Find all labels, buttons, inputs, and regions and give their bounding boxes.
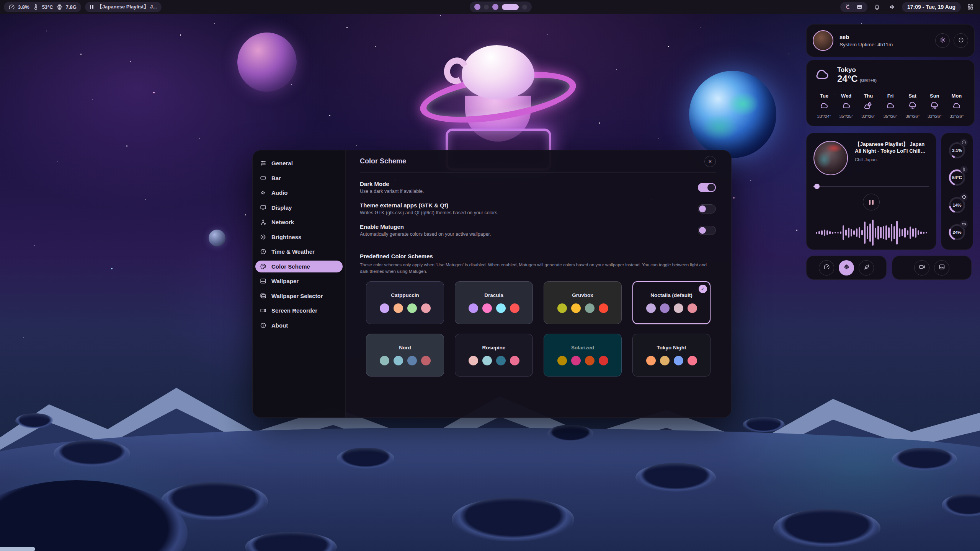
workspace-dot-4-active[interactable]: [502, 4, 519, 10]
power-button[interactable]: [954, 33, 968, 48]
username: seb: [840, 34, 931, 40]
purple-planet: [237, 33, 297, 92]
color-swatch: [510, 356, 519, 365]
power-saver-profile-button[interactable]: [859, 260, 874, 276]
avatar[interactable]: [813, 30, 833, 51]
system-gauges: 3.1% 54°C 14% 24%: [941, 133, 973, 250]
rain-cloud-icon: [929, 101, 939, 112]
sidebar-item-bar[interactable]: Bar: [255, 172, 343, 184]
video-icon: [260, 307, 267, 314]
small-moon: [209, 230, 225, 246]
power-profile-switcher: [806, 256, 887, 280]
close-icon[interactable]: ×: [704, 156, 716, 167]
sidebar-item-screen-recorder[interactable]: Screen Recorder: [255, 305, 343, 316]
workspace-indicator[interactable]: [470, 2, 532, 12]
workspace-dot-3[interactable]: [492, 4, 498, 10]
workspace-dot-2[interactable]: [484, 5, 489, 10]
pause-button[interactable]: [863, 194, 880, 210]
wallpaper-tray-icon[interactable]: [856, 4, 863, 10]
color-swatch: [394, 356, 403, 365]
monitor-icon: [260, 204, 267, 211]
color-swatch: [688, 303, 697, 313]
color-swatch: [496, 303, 506, 313]
image-icon: [939, 264, 945, 272]
wallpaper-button[interactable]: [934, 260, 949, 276]
workspace-dot-5[interactable]: [522, 5, 527, 10]
sidebar-label: About: [271, 322, 288, 329]
workspace-dot-1[interactable]: [474, 4, 480, 10]
gauge-disk: 24%: [947, 220, 967, 244]
tray-app-icon[interactable]: [845, 4, 851, 10]
scheme-card-noctalia-default[interactable]: ✓ Noctalia (default): [632, 281, 710, 324]
media-progress-bar[interactable]: [813, 184, 929, 189]
gauge-cpu: 3.1%: [947, 139, 967, 162]
scheme-card-gruvbox[interactable]: Gruvbox: [544, 281, 622, 324]
sidebar-item-time-weather[interactable]: Time & Weather: [255, 246, 343, 258]
notifications-bell-icon[interactable]: [871, 2, 883, 12]
color-swatch: [380, 303, 389, 313]
color-swatch: [585, 303, 595, 313]
performance-profile-button[interactable]: [819, 260, 834, 276]
system-tray[interactable]: [840, 2, 867, 12]
scheme-card-rosepine[interactable]: Rosepine: [455, 334, 533, 377]
scheme-card-solarized[interactable]: Solarized: [544, 334, 622, 377]
enable-matugen-toggle[interactable]: [698, 226, 716, 235]
sidebar-label: Time & Weather: [271, 248, 315, 255]
dark-mode-label: Dark Mode: [360, 181, 424, 187]
speaker-icon: [260, 189, 267, 196]
volume-icon[interactable]: [887, 2, 898, 12]
forecast-day: Sat 36°/26°: [903, 93, 923, 119]
sidebar-item-display[interactable]: Display: [255, 202, 343, 214]
cpu-usage-label: 3.8%: [18, 4, 29, 10]
sidebar-item-about[interactable]: About: [255, 320, 343, 331]
sidebar-label: Screen Recorder: [271, 307, 317, 314]
weather-cloud-icon: [813, 66, 831, 84]
media-artist: Chill Japan.: [855, 157, 931, 162]
crater: [547, 425, 593, 442]
scheme-card-nord[interactable]: Nord: [366, 334, 444, 377]
sidebar-item-brightness[interactable]: Brightness: [255, 231, 343, 243]
color-swatch: [599, 303, 608, 313]
enable-matugen-label: Enable Matugen: [360, 223, 491, 230]
screen-recorder-button[interactable]: [914, 260, 929, 276]
sidebar-item-wallpaper-selector[interactable]: Wallpaper Selector: [255, 290, 343, 302]
sliders-icon: [260, 160, 267, 166]
profile-card: seb System Uptime: 4h11m: [806, 24, 975, 57]
color-swatch: [674, 356, 683, 365]
sidebar-item-color-scheme[interactable]: Color Scheme: [255, 261, 343, 272]
sidebar-item-general[interactable]: General: [255, 157, 343, 169]
system-uptime: System Uptime: 4h11m: [840, 42, 931, 47]
color-swatch: [688, 356, 697, 365]
dark-mode-toggle[interactable]: [698, 183, 716, 192]
color-swatch: [510, 303, 519, 313]
clock-widget[interactable]: 17:09 - Tue, 19 Aug: [902, 2, 961, 12]
weather-timezone: (GMT+9): [860, 78, 877, 83]
sidebar-item-network[interactable]: Network: [255, 216, 343, 228]
scheme-card-dracula[interactable]: Dracula: [455, 281, 533, 324]
sidebar-item-audio[interactable]: Audio: [255, 187, 343, 199]
brightness-icon: [260, 234, 267, 240]
system-stats-widget[interactable]: 3.8% 53°C 7.8G: [4, 2, 81, 12]
settings-window: General Bar Audio Display Network Bright…: [252, 150, 732, 418]
enable-matugen-description: Automatically generate colors based on y…: [360, 231, 491, 237]
app-launcher-icon[interactable]: [965, 2, 976, 12]
sidebar-label: Color Scheme: [271, 263, 310, 270]
color-swatch: [674, 303, 683, 313]
color-swatch: [421, 356, 431, 365]
cloud-icon: [885, 101, 895, 112]
forecast-day: Thu 33°/26°: [858, 93, 878, 119]
page-title: Color Scheme: [360, 157, 406, 165]
scheme-card-catppuccin[interactable]: Catppuccin: [366, 281, 444, 324]
topbar-media-widget[interactable]: 【Japanese Playlist】 J...: [85, 2, 162, 12]
progress-knob[interactable]: [814, 184, 820, 189]
sidebar-item-wallpaper[interactable]: Wallpaper: [255, 275, 343, 287]
weather-temperature: 24°C: [837, 73, 858, 84]
scheme-card-tokyo-night[interactable]: Tokyo Night: [632, 334, 710, 377]
gauge-temperature: 54°C: [947, 166, 967, 189]
sidebar-label: Audio: [271, 189, 288, 196]
balanced-profile-button[interactable]: [839, 260, 854, 276]
sidebar-label: Bar: [271, 175, 281, 181]
theme-external-apps-toggle[interactable]: [698, 204, 716, 214]
settings-gear-button[interactable]: [935, 33, 950, 48]
cloud-icon: [819, 101, 829, 112]
